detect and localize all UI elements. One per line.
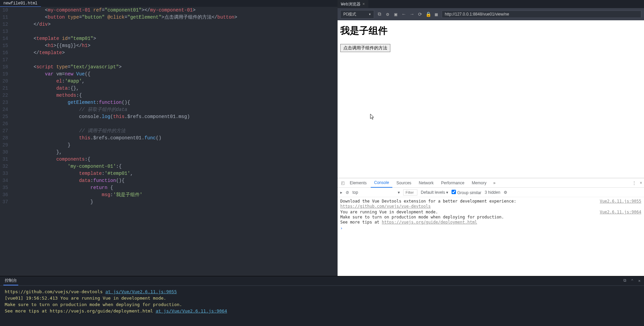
back-icon[interactable]: ← (401, 11, 407, 17)
console-text: See more tips at https://vuejs.org/guide… (5, 308, 153, 313)
preview-heading: 我是子组件 (340, 24, 641, 37)
lock-icon[interactable]: 🔒 (426, 11, 431, 17)
message-link[interactable]: https://github.com/vuejs/vue-devtools (340, 204, 431, 209)
settings-icon[interactable]: ⚙ (504, 190, 507, 195)
tab-sources[interactable]: Sources (393, 179, 415, 187)
console-message: You are running Vue in development mode.… (338, 209, 644, 225)
ide-console: 控制台 ⧉ ⌃ ✕ https://github.com/vuejs/vue-d… (0, 276, 644, 326)
browser-tab[interactable]: Web浏览器 × (338, 0, 368, 8)
message-text: You are running Vue in development mode.… (340, 210, 504, 225)
devtools-panel: ◰ Elements Console Sources Network Perfo… (338, 178, 644, 276)
tab-performance[interactable]: Performance (438, 179, 468, 187)
hidden-count: 3 hidden (485, 190, 500, 195)
browser-toolbar: PC模式 ▾ ⧉ ⚙ ▣ ← → ⟳ 🔒 ▦ (338, 8, 644, 20)
levels-select[interactable]: Default levels ▾ (421, 190, 448, 195)
console-text: https://github.com/vuejs/vue-devtools (5, 289, 103, 294)
line-gutter: 1011121314151617181920212223242526272829… (0, 7, 11, 276)
group-similar-checkbox[interactable]: Group similar (452, 190, 481, 195)
tab-elements[interactable]: Elements (346, 179, 370, 187)
console-link[interactable]: at js/Vue/Vue2.6.11.js:9055 (105, 289, 177, 294)
editor-tabs: newfile01.html (0, 0, 338, 7)
grid-icon[interactable]: ▦ (434, 11, 439, 17)
console-link[interactable]: at js/Vue/Vue2.6.11.js:9064 (156, 308, 227, 313)
message-link[interactable]: https://vuejs.org/guide/deployment.html (382, 220, 477, 225)
ide-console-header: 控制台 ⧉ ⌃ ✕ (0, 276, 644, 286)
gear-icon[interactable]: ⚙ (385, 11, 390, 17)
collapse-icon[interactable]: ⌃ (631, 278, 634, 283)
code-body[interactable]: <my-component-01 ref="component01"></my-… (11, 7, 338, 276)
clear-icon[interactable]: ⊘ (346, 190, 349, 195)
popout-icon[interactable]: ⧉ (623, 278, 626, 283)
tab-network[interactable]: Network (415, 179, 437, 187)
code-area[interactable]: 1011121314151617181920212223242526272829… (0, 7, 338, 276)
refresh-icon[interactable]: ⟳ (417, 11, 423, 17)
message-text: Download the Vue Devtools extension for … (340, 199, 516, 204)
url-input[interactable] (442, 10, 641, 18)
message-source[interactable]: Vue2.6.11.js:9064 (600, 210, 641, 225)
external-icon[interactable]: ⧉ (377, 11, 382, 17)
console-message: Download the Vue Devtools extension for … (338, 199, 644, 209)
filter-input[interactable] (403, 189, 417, 195)
console-filterbar: ▸ ⊘ top▾ Default levels ▾ Group similar … (338, 188, 644, 197)
mode-select-label: PC模式 (343, 11, 356, 17)
close-icon[interactable]: × (363, 2, 365, 7)
editor-tab-active[interactable]: newfile01.html (0, 0, 41, 7)
preview-button[interactable]: 点击调用子组件的方法 (340, 44, 390, 52)
preview-body: 我是子组件 点击调用子组件的方法 (338, 20, 644, 178)
console-text: [vue01] 19:56:52.413 (5, 296, 58, 301)
forward-icon[interactable]: → (409, 11, 415, 17)
devtools-tabs: ◰ Elements Console Sources Network Perfo… (338, 178, 644, 188)
play-icon[interactable]: ▸ (340, 190, 342, 195)
editor-pane: newfile01.html 1011121314151617181920212… (0, 0, 338, 276)
ide-console-title[interactable]: 控制台 (3, 276, 18, 285)
tab-memory[interactable]: Memory (468, 179, 490, 187)
message-source[interactable]: Vue2.6.11.js:9055 (600, 199, 641, 209)
context-select[interactable]: top▾ (352, 190, 400, 195)
browser-pane: Web浏览器 × PC模式 ▾ ⧉ ⚙ ▣ ← → ⟳ 🔒 ▦ 我是子组件 点击… (338, 0, 644, 276)
console-body[interactable]: Download the Vue Devtools extension for … (338, 197, 644, 276)
window-icon[interactable]: ▣ (393, 11, 398, 17)
more-tabs-icon[interactable]: » (493, 181, 496, 185)
devtools-close-icon[interactable]: × (638, 181, 644, 185)
console-prompt[interactable]: › (338, 225, 644, 232)
dock-icon[interactable]: ⋮ (631, 181, 637, 185)
tab-console[interactable]: Console (371, 178, 392, 188)
context-label: top (352, 190, 358, 195)
chevron-down-icon: ▾ (369, 12, 371, 17)
mode-select[interactable]: PC模式 ▾ (340, 10, 374, 19)
ide-console-body[interactable]: https://github.com/vuejs/vue-devtools at… (0, 286, 644, 326)
console-text: You are running Vue in development mode. (60, 296, 166, 301)
inspect-icon[interactable]: ◰ (340, 181, 346, 185)
browser-tabs: Web浏览器 × (338, 0, 644, 8)
clear-console-icon[interactable]: ✕ (638, 278, 641, 283)
browser-tab-label: Web浏览器 (341, 1, 361, 7)
console-text: Make sure to turn on production mode whe… (5, 302, 182, 307)
